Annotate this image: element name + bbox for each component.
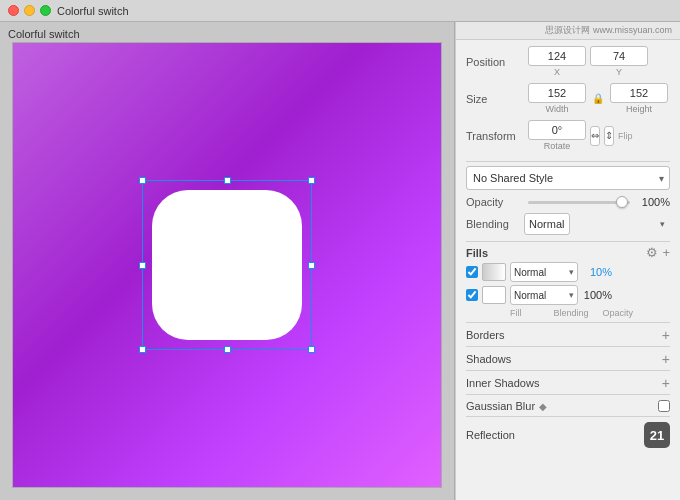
gaussian-right xyxy=(658,400,670,412)
fill-sub-labels: Fill Blending Opacity xyxy=(466,308,670,318)
flip-horizontal-button[interactable]: ⇔ xyxy=(590,126,600,146)
blending-select[interactable]: Normal xyxy=(524,213,570,235)
fills-title: Fills xyxy=(466,247,488,259)
fill-1-swatch[interactable] xyxy=(482,263,506,281)
shadows-title: Shadows xyxy=(466,353,511,365)
opacity-thumb[interactable] xyxy=(616,196,628,208)
borders-section: Borders + xyxy=(466,322,670,346)
shadows-section: Shadows + xyxy=(466,346,670,370)
fill-row-2: Normal 100% xyxy=(466,285,670,305)
fill-2-opacity: 100% xyxy=(582,289,612,301)
rounded-rect-shape[interactable] xyxy=(152,190,302,340)
lock-icon[interactable]: 🔒 xyxy=(592,93,604,104)
properties-panel: 思源设计网 www.missyuan.com Position X Y Size xyxy=(455,22,680,500)
position-row: Position X Y xyxy=(466,46,670,77)
handle-bottom-right[interactable] xyxy=(308,346,315,353)
handle-top-right[interactable] xyxy=(308,177,315,184)
size-row: Size Width 🔒 Height xyxy=(466,83,670,114)
opacity-value: 100% xyxy=(638,196,670,208)
canvas-content xyxy=(12,42,442,488)
inner-shadows-add-icon[interactable]: + xyxy=(662,376,670,390)
height-label: Height xyxy=(626,104,652,114)
fill-row-1: Normal 10% xyxy=(466,262,670,282)
inner-shadows-section: Inner Shadows + xyxy=(466,370,670,394)
fill-1-checkbox[interactable] xyxy=(466,266,478,278)
shared-style-select-wrapper: No Shared Style xyxy=(466,166,670,190)
handle-bottom-center[interactable] xyxy=(224,346,231,353)
gaussian-left: Gaussian Blur ◆ xyxy=(466,400,547,412)
transform-label: Transform xyxy=(466,130,524,142)
title-bar: Colorful switch xyxy=(0,0,680,22)
reflection-section: Reflection 21 xyxy=(466,416,670,452)
handle-top-left[interactable] xyxy=(139,177,146,184)
shadows-add-icon[interactable]: + xyxy=(662,352,670,366)
handle-bottom-left[interactable] xyxy=(139,346,146,353)
flip-label: Flip xyxy=(618,131,676,141)
fill-2-blend-wrapper: Normal xyxy=(510,285,578,305)
inner-shadows-title: Inner Shadows xyxy=(466,377,539,389)
borders-add-icon[interactable]: + xyxy=(662,328,670,342)
fill-1-blend-wrapper: Normal xyxy=(510,262,578,282)
width-label: Width xyxy=(545,104,568,114)
reflection-badge: 21 xyxy=(644,422,670,448)
gaussian-title: Gaussian Blur xyxy=(466,400,535,412)
height-input-group: Height xyxy=(610,83,668,114)
fills-add-icon[interactable]: + xyxy=(662,246,670,259)
maximize-button[interactable] xyxy=(40,5,51,16)
shared-style-row: No Shared Style xyxy=(466,166,670,190)
close-button[interactable] xyxy=(8,5,19,16)
fill-1-blend-select[interactable]: Normal xyxy=(510,262,578,282)
gaussian-blur-section: Gaussian Blur ◆ xyxy=(466,394,670,416)
handle-middle-right[interactable] xyxy=(308,262,315,269)
canvas-title: Colorful switch xyxy=(8,28,80,40)
position-label: Position xyxy=(466,56,524,68)
window-title: Colorful switch xyxy=(57,5,129,17)
selection-box xyxy=(142,180,312,350)
transform-row: Transform Rotate ⇔ ⇕ Flip xyxy=(466,120,670,151)
canvas-area: Colorful switch xyxy=(0,22,455,500)
flip-vertical-button[interactable]: ⇕ xyxy=(604,126,614,146)
y-field[interactable] xyxy=(590,46,648,66)
window-controls[interactable] xyxy=(8,5,51,16)
panel-body: Position X Y Size Width 🔒 xyxy=(456,40,680,458)
opacity-row: Opacity 100% xyxy=(466,196,670,208)
shared-style-select[interactable]: No Shared Style xyxy=(466,166,670,190)
watermark: 思源设计网 www.missyuan.com xyxy=(456,22,680,40)
blending-select-wrapper: Normal xyxy=(524,213,670,235)
fill-2-checkbox[interactable] xyxy=(466,289,478,301)
opacity-label: Opacity xyxy=(466,196,520,208)
fill-label: Fill xyxy=(510,308,522,318)
x-field[interactable] xyxy=(528,46,586,66)
rotate-label: Rotate xyxy=(544,141,571,151)
fills-actions: ⚙ + xyxy=(646,246,670,259)
rotate-field[interactable] xyxy=(528,120,586,140)
borders-title: Borders xyxy=(466,329,505,341)
main-layout: Colorful switch 思源设计网 www.missyuan.com xyxy=(0,22,680,500)
gaussian-indicator-icon: ◆ xyxy=(539,401,547,412)
blending-sub-label: Blending xyxy=(554,308,589,318)
opacity-slider[interactable] xyxy=(528,201,630,204)
size-label: Size xyxy=(466,93,524,105)
fill-1-opacity: 10% xyxy=(582,266,612,278)
fill-2-swatch[interactable] xyxy=(482,286,506,304)
handle-top-center[interactable] xyxy=(224,177,231,184)
width-input-group: Width xyxy=(528,83,586,114)
x-input-group: X xyxy=(528,46,586,77)
blending-row: Blending Normal xyxy=(466,213,670,235)
reflection-title: Reflection xyxy=(466,429,515,441)
gaussian-checkbox[interactable] xyxy=(658,400,670,412)
blending-label: Blending xyxy=(466,218,520,230)
opacity-sub-label: Opacity xyxy=(603,308,634,318)
handle-middle-left[interactable] xyxy=(139,262,146,269)
y-input-group: Y xyxy=(590,46,648,77)
fill-2-blend-select[interactable]: Normal xyxy=(510,285,578,305)
y-label: Y xyxy=(616,67,622,77)
x-label: X xyxy=(554,67,560,77)
minimize-button[interactable] xyxy=(24,5,35,16)
rotate-input-group: Rotate xyxy=(528,120,586,151)
height-field[interactable] xyxy=(610,83,668,103)
fills-gear-icon[interactable]: ⚙ xyxy=(646,246,658,259)
fills-section-header: Fills ⚙ + xyxy=(466,241,670,262)
width-field[interactable] xyxy=(528,83,586,103)
